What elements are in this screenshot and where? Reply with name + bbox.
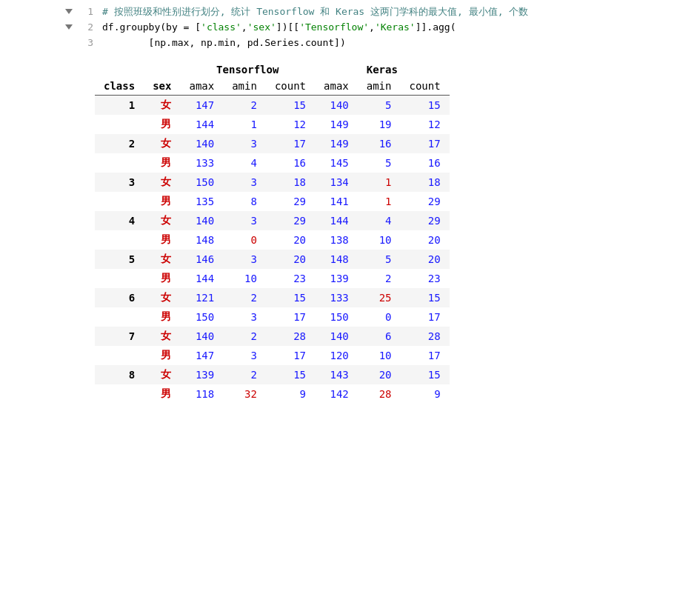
cell-tf_amax: 133: [180, 153, 223, 173]
cell-tf_amax: 148: [180, 230, 223, 250]
cell-tf_count: 20: [266, 250, 315, 269]
cell-tf_amax: 140: [180, 211, 223, 230]
cell-k_count: 23: [400, 269, 449, 288]
cell-tf_count: 20: [266, 230, 315, 250]
cell-k_amax: 148: [315, 250, 358, 269]
cell-k_count: 16: [400, 153, 449, 173]
cell-k_count: 15: [400, 288, 449, 307]
cell-tf_amin: 0: [223, 230, 266, 250]
cell-k_amin: 25: [358, 288, 401, 307]
cell-tf_count: 15: [266, 96, 315, 116]
table-row: 8女1392151432015: [95, 365, 450, 384]
k-amin-header: amin: [358, 77, 401, 96]
cell-tf_amin: 8: [223, 192, 266, 211]
cell-tf_amin: 3: [223, 173, 266, 192]
cell-k_amin: 6: [358, 327, 401, 346]
cell-sex: 女: [144, 173, 180, 192]
cell-tf_amax: 150: [180, 307, 223, 327]
cell-k_amax: 140: [315, 96, 358, 116]
sex-label: sex: [144, 77, 180, 96]
table-row: 7女140228140628: [95, 327, 450, 346]
cell-k_amax: 133: [315, 288, 358, 307]
cell-k_amin: 5: [358, 96, 401, 116]
line-num-2: 2: [76, 20, 93, 36]
table-row: 男133416145516: [95, 153, 450, 173]
cell-sex: 男: [144, 346, 180, 365]
cell-tf_amin: 3: [223, 250, 266, 269]
code-area: 1 # 按照班级和性别进行划分, 统计 Tensorflow 和 Keras 这…: [59, 3, 700, 52]
table-row: 3女150318134118: [95, 173, 450, 192]
cell-sex: 男: [144, 192, 180, 211]
cell-class: 7: [95, 327, 144, 346]
cell-k_amin: 19: [358, 115, 401, 134]
cell-k_count: 17: [400, 346, 449, 365]
cell-k_amax: 150: [315, 307, 358, 327]
cell-sex: 男: [144, 384, 180, 404]
cell-tf_count: 18: [266, 173, 315, 192]
cell-class: [95, 115, 144, 134]
table-row: 男135829141129: [95, 192, 450, 211]
cell-tf_amin: 2: [223, 327, 266, 346]
notebook-cell: 1 # 按照班级和性别进行划分, 统计 Tensorflow 和 Keras 这…: [0, 0, 700, 614]
code-line3-text: [np.max, np.min, pd.Series.count]): [102, 36, 346, 51]
cell-k_amin: 20: [358, 365, 401, 384]
cell-class: 3: [95, 173, 144, 192]
cell-class: [95, 192, 144, 211]
cell-sex: 男: [144, 153, 180, 173]
cell-tf_amin: 2: [223, 288, 266, 307]
cell-sex: 女: [144, 134, 180, 153]
class-label: class: [95, 77, 144, 96]
cell-k_count: 28: [400, 327, 449, 346]
table-row: 5女146320148520: [95, 250, 450, 269]
cell-k_amin: 4: [358, 211, 401, 230]
cell-tf_amax: 147: [180, 96, 223, 116]
cell-k_count: 15: [400, 96, 449, 116]
cell-k_amax: 149: [315, 115, 358, 134]
fold-icon-1[interactable]: [65, 9, 73, 14]
cell-tf_count: 17: [266, 346, 315, 365]
cell-k_count: 18: [400, 173, 449, 192]
line-num-3: 3: [76, 36, 93, 51]
k-count-header: count: [400, 77, 449, 96]
cell-k_amin: 10: [358, 346, 401, 365]
cell-tf_count: 15: [266, 288, 315, 307]
cell-k_count: 17: [400, 134, 449, 153]
cell-class: [95, 384, 144, 404]
cell-out-label: [0, 71, 59, 74]
cell-class: 6: [95, 288, 144, 307]
table-row: 1女147215140515: [95, 96, 450, 116]
cell-sex: 男: [144, 115, 180, 134]
cell-tf_amin: 2: [223, 96, 266, 116]
cell-sex: 男: [144, 269, 180, 288]
cell-tf_amin: 4: [223, 153, 266, 173]
cell-class: 8: [95, 365, 144, 384]
cell-tf_amin: 2: [223, 365, 266, 384]
table-row: 男150317150017: [95, 307, 450, 327]
tensorflow-group-header: Tensorflow: [180, 61, 315, 77]
cell-k_amin: 28: [358, 384, 401, 404]
cell-sex: 女: [144, 327, 180, 346]
cell-sex: 男: [144, 230, 180, 250]
cell-sex: 女: [144, 211, 180, 230]
table-body: 1女147215140515男14411214919122女1403171491…: [95, 96, 450, 404]
cell-tf_amax: 139: [180, 365, 223, 384]
cell-tf_count: 12: [266, 115, 315, 134]
cell-class: 1: [95, 96, 144, 116]
cell-tf_count: 29: [266, 211, 315, 230]
cell-class: [95, 230, 144, 250]
fold-icon-2[interactable]: [65, 24, 73, 30]
table-row: 4女140329144429: [95, 211, 450, 230]
cell-sex: 女: [144, 250, 180, 269]
output-area: Tensorflow Keras class sex amax amin cou…: [59, 52, 700, 404]
cell-k_count: 15: [400, 365, 449, 384]
cell-content: 1 # 按照班级和性别进行划分, 统计 Tensorflow 和 Keras 这…: [59, 0, 700, 614]
cell-k_amax: 139: [315, 269, 358, 288]
cell-k_count: 20: [400, 230, 449, 250]
cell-k_amin: 0: [358, 307, 401, 327]
group-header-row: Tensorflow Keras: [95, 61, 450, 77]
table-row: 男1441121491912: [95, 115, 450, 134]
k-amax-header: amax: [315, 77, 358, 96]
cell-k_count: 20: [400, 250, 449, 269]
cell-k_amax: 138: [315, 230, 358, 250]
cell-tf_count: 16: [266, 153, 315, 173]
